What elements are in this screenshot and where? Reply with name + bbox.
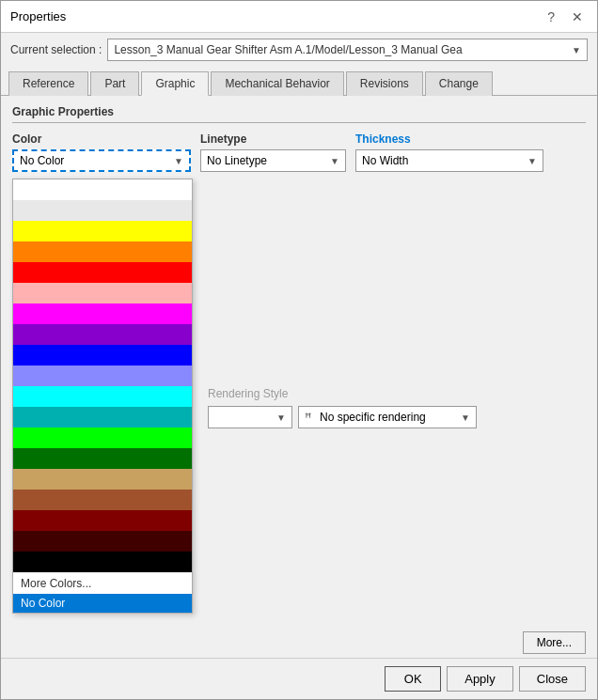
tab-mechanical-behavior[interactable]: Mechanical Behavior (211, 71, 343, 96)
color-swatch-lightblue[interactable] (13, 366, 192, 386)
color-swatch-red[interactable] (13, 262, 192, 283)
dialog-title: Properties (10, 9, 66, 23)
color-swatch-lightgray[interactable] (13, 200, 192, 221)
no-color-item[interactable]: No Color (13, 594, 192, 613)
rendering-area: Rendering Style ▼ ꟸ No specific renderin… (208, 387, 477, 428)
rendering-right-arrow: ▼ (461, 412, 470, 423)
footer: OK Apply Close (1, 658, 597, 699)
color-dropdown-arrow: ▼ (174, 156, 183, 166)
color-dropdown-popup: More Colors... No Color (12, 179, 193, 614)
rendering-left-dropdown[interactable]: ▼ (208, 406, 292, 428)
content-area: Graphic Properties Color No Color ▼ Line… (1, 96, 597, 628)
color-dropdown[interactable]: No Color ▼ (12, 149, 191, 172)
thickness-column: Thickness No Width ▼ (355, 132, 543, 172)
color-swatch-lime[interactable] (13, 428, 192, 448)
color-swatch-green[interactable] (13, 448, 192, 469)
tab-revisions[interactable]: Revisions (346, 71, 423, 96)
color-value: No Color (20, 154, 64, 167)
color-swatch-teal[interactable] (13, 407, 192, 428)
rendering-left-arrow: ▼ (276, 412, 286, 423)
color-swatch-maroon[interactable] (13, 531, 192, 552)
thickness-dropdown-arrow: ▼ (527, 156, 537, 166)
current-selection-text: Lesson_3 Manual Gear Shifter Asm A.1/Mod… (114, 43, 462, 56)
properties-dialog: Properties ? ✕ Current selection : Lesso… (0, 0, 598, 700)
thickness-value: No Width (362, 154, 408, 167)
ok-button[interactable]: OK (385, 666, 441, 692)
linetype-dropdown-arrow: ▼ (330, 156, 339, 166)
tab-part[interactable]: Part (90, 71, 139, 96)
color-label: Color (12, 132, 191, 146)
color-swatch-orange[interactable] (13, 241, 192, 262)
color-swatch-black[interactable] (13, 552, 192, 572)
linetype-value: No Linetype (207, 154, 267, 167)
color-swatch-magenta[interactable] (13, 303, 192, 324)
color-swatch-darkred[interactable] (13, 510, 192, 531)
rendering-right-value: No specific rendering (320, 411, 426, 424)
rendering-icon: ꟸ (305, 411, 312, 425)
tab-change[interactable]: Change (425, 71, 493, 96)
linetype-dropdown[interactable]: No Linetype ▼ (200, 149, 346, 172)
rendering-right-dropdown[interactable]: ꟸ No specific rendering ▼ (298, 406, 477, 428)
color-column: Color No Color ▼ (12, 132, 191, 172)
section-title: Graphic Properties (12, 105, 586, 123)
current-selection-arrow: ▼ (572, 45, 581, 55)
color-swatch-blue[interactable] (13, 345, 192, 366)
linetype-label: Linetype (200, 132, 346, 146)
thickness-dropdown[interactable]: No Width ▼ (355, 149, 543, 172)
current-selection-row: Current selection : Lesson_3 Manual Gear… (1, 33, 597, 67)
apply-button[interactable]: Apply (447, 666, 513, 692)
close-button[interactable]: ✕ (567, 8, 588, 25)
color-swatch-white[interactable] (13, 179, 192, 200)
color-swatch-yellow[interactable] (13, 221, 192, 241)
more-colors-item[interactable]: More Colors... (13, 572, 192, 594)
color-swatch-pink[interactable] (13, 283, 192, 303)
close-button-footer[interactable]: Close (519, 666, 586, 692)
title-bar: Properties ? ✕ (1, 1, 597, 33)
rendering-row: ▼ ꟸ No specific rendering ▼ (208, 406, 477, 428)
title-bar-buttons: ? ✕ (543, 8, 588, 25)
tab-graphic[interactable]: Graphic (141, 71, 209, 96)
thickness-label: Thickness (355, 132, 543, 146)
tab-reference[interactable]: Reference (8, 71, 88, 96)
rendering-label: Rendering Style (208, 387, 477, 400)
more-btn-area: More... (1, 628, 597, 658)
current-selection-label: Current selection : (10, 43, 102, 56)
color-swatch-brown[interactable] (13, 490, 192, 510)
properties-row: Color No Color ▼ Linetype No Linetype ▼ … (12, 132, 586, 172)
color-swatch-purple[interactable] (13, 324, 192, 345)
color-swatch-cyan[interactable] (13, 386, 192, 407)
more-button[interactable]: More... (523, 631, 586, 654)
current-selection-value[interactable]: Lesson_3 Manual Gear Shifter Asm A.1/Mod… (107, 39, 588, 61)
help-button[interactable]: ? (543, 8, 559, 25)
color-swatch-tan[interactable] (13, 469, 192, 490)
linetype-column: Linetype No Linetype ▼ (200, 132, 346, 172)
tabs-bar: Reference Part Graphic Mechanical Behavi… (1, 67, 597, 96)
